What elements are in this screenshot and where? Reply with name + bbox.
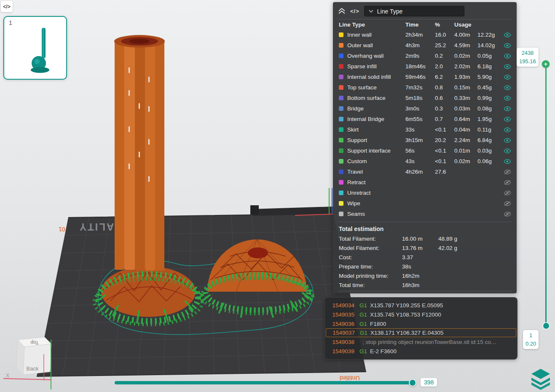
line-length: 0.01m (454, 148, 477, 154)
visibility-toggle[interactable] (504, 106, 512, 111)
layer-slider-handle[interactable] (543, 323, 549, 329)
cube-back-label: Back (27, 365, 39, 372)
line-label: Custom (347, 158, 367, 164)
line-type-row: Support interface 56s <0.1 0.01m 0.03g (333, 145, 517, 156)
total-row: Prepare time: 38s (333, 262, 517, 271)
eye-icon (504, 54, 511, 59)
line-label: Sparse infill (347, 63, 377, 70)
line-time: 7m32s (405, 84, 435, 91)
gcode-line-number: 1549039 (329, 348, 354, 354)
visibility-toggle[interactable] (504, 96, 512, 101)
line-time: 2h34m (405, 32, 435, 38)
line-type-row: Wipe (333, 198, 517, 209)
tower-model[interactable] (114, 35, 165, 271)
visibility-toggle[interactable] (504, 148, 512, 153)
line-label: Retract (347, 179, 366, 185)
line-time: 5m18s (405, 95, 435, 101)
line-label: Seams (347, 211, 365, 217)
eye-icon (504, 159, 511, 164)
line-color-swatch (339, 96, 343, 100)
gcode-line[interactable]: 1549036 G1 F1800 (326, 319, 516, 328)
gcode-viewer-toggle-button[interactable]: </> (1, 1, 13, 12)
line-length: 2.02m (454, 63, 477, 70)
layer-slider-add-handle[interactable]: + (542, 60, 550, 68)
view-cube[interactable]: Top Back (16, 337, 51, 375)
table-header: Line Type Time % Usage (333, 19, 517, 30)
line-type-table-body: Inner wall 2h34m 16.0 4.00m 12.22g Outer… (333, 30, 517, 219)
gcode-command: G1 (360, 330, 367, 336)
line-color-swatch (339, 180, 343, 185)
gcode-line[interactable]: 1549035 G1 X135.745 Y108.753 F12000 (326, 310, 516, 319)
visibility-toggle[interactable] (504, 191, 512, 196)
plate-thumbnail-card[interactable]: 1 (3, 16, 67, 80)
total-value-1: 16.00 m (402, 236, 438, 242)
double-chevron-up-icon (338, 8, 346, 14)
line-color-swatch (339, 32, 343, 37)
visibility-toggle[interactable] (504, 212, 512, 217)
col-line-type: Line Type (339, 21, 405, 28)
visibility-toggle[interactable] (504, 64, 512, 69)
code-icon: </> (350, 8, 359, 14)
line-percent: <0.1 (435, 126, 454, 133)
visibility-toggle[interactable] (504, 75, 512, 80)
col-percent: % (435, 21, 454, 28)
gcode-line[interactable]: 1549037 G1 X138.171 Y106.327 E.04305 (326, 328, 516, 337)
visibility-toggle[interactable] (504, 201, 512, 206)
step-slider-handle[interactable] (409, 379, 416, 387)
visibility-toggle[interactable] (504, 32, 512, 38)
line-color-swatch (339, 54, 343, 58)
layers-view-button[interactable] (529, 367, 552, 390)
visibility-toggle[interactable] (504, 85, 512, 90)
visibility-toggle[interactable] (504, 159, 512, 164)
line-time: 59m46s (405, 74, 435, 80)
gcode-command: G1 (359, 311, 367, 318)
bottom-layer-height: 0.20 (526, 340, 536, 348)
line-color-swatch (339, 148, 343, 153)
gcode-line[interactable]: 1549034 G1 X135.787 Y109.255 E.05095 (326, 301, 516, 310)
gcode-window-button[interactable]: </> (350, 8, 359, 14)
line-label: Bridge (347, 105, 364, 112)
step-slider-track[interactable] (115, 381, 416, 384)
visibility-toggle[interactable] (504, 127, 512, 132)
gcode-line[interactable]: 1549038 ; stop printing object reunionTo… (326, 337, 516, 346)
total-row: Total time: 16h3m (333, 280, 517, 290)
gcode-line[interactable]: 1549039 G1 E-2 F3600 (326, 346, 516, 356)
line-type-row: Unretract (333, 188, 517, 198)
total-value-2: 42.02 g (438, 245, 511, 251)
eye-icon (504, 117, 511, 122)
total-label: Cost: (339, 254, 402, 260)
axis-x-label: X (6, 373, 9, 379)
line-color-swatch (339, 201, 343, 206)
view-type-dropdown[interactable]: Line Type (364, 6, 464, 16)
total-value-2: 48.89 g (438, 236, 511, 242)
line-type-panel: </> Line Type Line Type Time % Usage Inn… (333, 2, 517, 293)
line-percent: 20.2 (435, 137, 454, 143)
line-length: 0.15m (454, 84, 477, 91)
line-weight: 0.99g (477, 95, 504, 101)
visibility-toggle[interactable] (504, 43, 512, 48)
layer-slider-track[interactable] (545, 67, 547, 327)
total-row: Total Filament: 16.00 m 48.89 g (333, 234, 517, 243)
line-label: Wipe (347, 200, 360, 207)
line-label: Overhang wall (347, 53, 383, 59)
visibility-toggle[interactable] (504, 117, 512, 122)
eye-off-icon (504, 180, 511, 185)
line-label: Bottom surface (347, 95, 386, 101)
line-time: 2m9s (405, 53, 435, 59)
line-length: 0.03m (454, 105, 477, 112)
line-label: Support (347, 137, 367, 143)
visibility-toggle[interactable] (504, 169, 512, 175)
visibility-toggle[interactable] (504, 138, 512, 143)
line-time: 33s (405, 126, 435, 133)
line-type-row: Custom 43s <0.1 0.02m 0.06g (333, 156, 517, 166)
collapse-panel-button[interactable] (338, 8, 346, 14)
line-time: 6m55s (405, 116, 435, 122)
eye-icon (504, 32, 511, 38)
line-percent: 0.3 (435, 105, 454, 112)
eye-off-icon (504, 201, 511, 206)
visibility-toggle[interactable] (504, 180, 512, 185)
visibility-toggle[interactable] (504, 54, 512, 59)
line-color-swatch (339, 212, 343, 216)
line-type-row: Support 3h15m 20.2 2.24m 6.84g (333, 135, 517, 145)
line-time: 3m0s (405, 105, 435, 112)
